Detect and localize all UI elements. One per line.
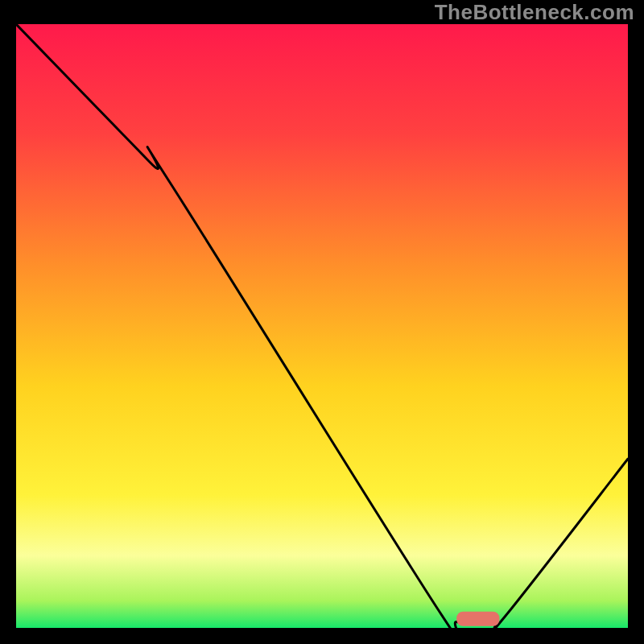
optimal-range-marker xyxy=(456,612,499,626)
chart-plot-area xyxy=(16,24,628,628)
watermark-text: TheBottleneck.com xyxy=(435,0,634,25)
chart-svg xyxy=(16,24,628,628)
chart-frame: TheBottleneck.com xyxy=(0,0,644,644)
chart-background xyxy=(16,24,628,628)
